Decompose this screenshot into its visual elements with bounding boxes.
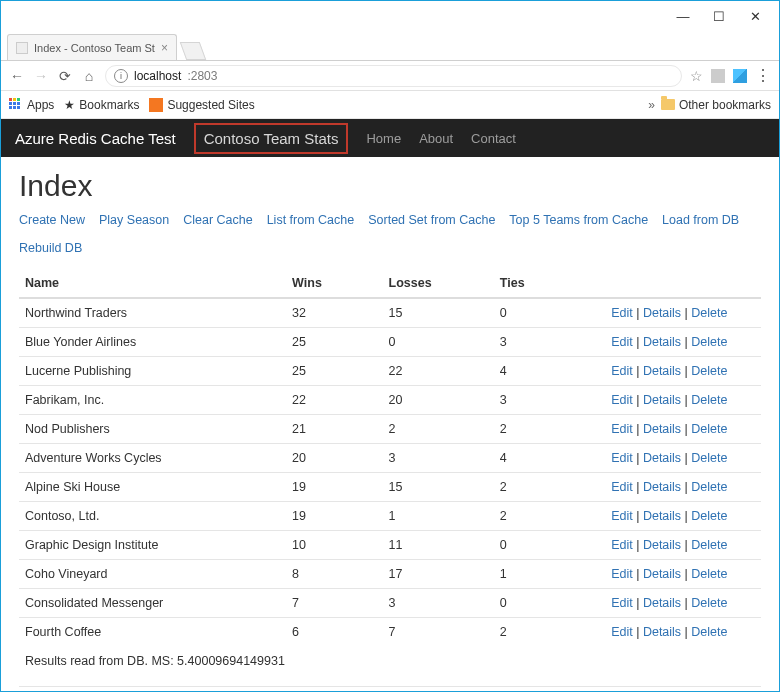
window-minimize-button[interactable]: — [665,4,701,28]
delete-link[interactable]: Delete [691,625,727,639]
table-row: Contoso, Ltd.1912Edit | Details | Delete [19,502,761,531]
edit-link[interactable]: Edit [611,625,633,639]
delete-link[interactable]: Delete [691,364,727,378]
details-link[interactable]: Details [643,596,681,610]
table-row: Alpine Ski House19152Edit | Details | De… [19,473,761,502]
delete-link[interactable]: Delete [691,538,727,552]
edit-link[interactable]: Edit [611,393,633,407]
details-link[interactable]: Details [643,625,681,639]
cell-wins: 22 [286,386,382,415]
windows-flag-icon[interactable] [733,69,747,83]
bookmark-bookmarks[interactable]: ★ Bookmarks [64,98,139,112]
bookmark-suggested-sites[interactable]: Suggested Sites [149,98,254,112]
cell-losses: 11 [383,531,494,560]
cell-name: Fourth Coffee [19,618,286,647]
edit-link[interactable]: Edit [611,509,633,523]
edit-link[interactable]: Edit [611,596,633,610]
edit-link[interactable]: Edit [611,335,633,349]
window-titlebar: — ☐ ✕ [1,1,779,31]
nav-forward-icon[interactable]: → [33,68,49,84]
new-tab-button[interactable] [180,42,207,60]
bookmark-star-icon[interactable]: ☆ [690,68,703,84]
cell-name: Lucerne Publishing [19,357,286,386]
delete-link[interactable]: Delete [691,480,727,494]
edit-link[interactable]: Edit [611,451,633,465]
cell-name: Blue Yonder Airlines [19,328,286,357]
edit-link[interactable]: Edit [611,306,633,320]
edit-link[interactable]: Edit [611,364,633,378]
cell-name: Coho Vineyard [19,560,286,589]
window-maximize-button[interactable]: ☐ [701,4,737,28]
edit-link[interactable]: Edit [611,422,633,436]
site-info-icon[interactable]: i [114,69,128,83]
delete-link[interactable]: Delete [691,393,727,407]
details-link[interactable]: Details [643,422,681,436]
details-link[interactable]: Details [643,451,681,465]
extension-icon[interactable] [711,69,725,83]
cell-losses: 3 [383,444,494,473]
navbar-link-about[interactable]: About [419,131,453,146]
bookmark-apps[interactable]: Apps [9,98,54,112]
browser-menu-icon[interactable]: ⋮ [755,66,771,85]
cell-name: Fabrikam, Inc. [19,386,286,415]
cell-ties: 2 [494,473,605,502]
edit-link[interactable]: Edit [611,480,633,494]
action-link[interactable]: Top 5 Teams from Cache [509,213,648,227]
browser-tabstrip: Index - Contoso Team St × [1,31,779,61]
col-losses: Losses [383,269,494,298]
details-link[interactable]: Details [643,480,681,494]
cell-losses: 3 [383,589,494,618]
cell-wins: 10 [286,531,382,560]
browser-tab[interactable]: Index - Contoso Team St × [7,34,177,60]
details-link[interactable]: Details [643,567,681,581]
delete-link[interactable]: Delete [691,567,727,581]
nav-reload-icon[interactable]: ⟳ [57,68,73,84]
navbar-brand[interactable]: Azure Redis Cache Test [15,130,176,147]
action-link[interactable]: Rebuild DB [19,241,82,255]
details-link[interactable]: Details [643,306,681,320]
cell-losses: 15 [383,473,494,502]
navbar-link-home[interactable]: Home [366,131,401,146]
delete-link[interactable]: Delete [691,509,727,523]
action-link[interactable]: Load from DB [662,213,739,227]
tab-close-icon[interactable]: × [161,41,168,55]
edit-link[interactable]: Edit [611,567,633,581]
action-link[interactable]: Create New [19,213,85,227]
table-row: Consolidated Messenger730Edit | Details … [19,589,761,618]
details-link[interactable]: Details [643,335,681,349]
details-link[interactable]: Details [643,393,681,407]
action-link[interactable]: Clear Cache [183,213,252,227]
navbar-link-contact[interactable]: Contact [471,131,516,146]
table-row: Coho Vineyard8171Edit | Details | Delete [19,560,761,589]
action-link[interactable]: Play Season [99,213,169,227]
tab-title: Index - Contoso Team St [34,42,155,54]
cell-actions: Edit | Details | Delete [605,618,761,647]
details-link[interactable]: Details [643,538,681,552]
cell-wins: 7 [286,589,382,618]
delete-link[interactable]: Delete [691,306,727,320]
delete-link[interactable]: Delete [691,596,727,610]
nav-home-icon[interactable]: ⌂ [81,68,97,84]
delete-link[interactable]: Delete [691,422,727,436]
cell-ties: 0 [494,589,605,618]
apps-icon [9,98,23,112]
cell-wins: 6 [286,618,382,647]
table-row: Graphic Design Institute10110Edit | Deta… [19,531,761,560]
details-link[interactable]: Details [643,509,681,523]
window-close-button[interactable]: ✕ [737,4,773,28]
bookmarks-overflow-icon[interactable]: » [648,98,655,112]
cell-losses: 17 [383,560,494,589]
url-input[interactable]: i localhost:2803 [105,65,682,87]
action-link[interactable]: Sorted Set from Cache [368,213,495,227]
edit-link[interactable]: Edit [611,538,633,552]
details-link[interactable]: Details [643,364,681,378]
nav-back-icon[interactable]: ← [9,68,25,84]
delete-link[interactable]: Delete [691,451,727,465]
bookmark-other[interactable]: Other bookmarks [661,98,771,112]
page-content: Index Create NewPlay SeasonClear CacheLi… [1,157,779,686]
navbar-highlight[interactable]: Contoso Team Stats [194,123,349,154]
cell-actions: Edit | Details | Delete [605,531,761,560]
cell-name: Nod Publishers [19,415,286,444]
action-link[interactable]: List from Cache [267,213,355,227]
delete-link[interactable]: Delete [691,335,727,349]
